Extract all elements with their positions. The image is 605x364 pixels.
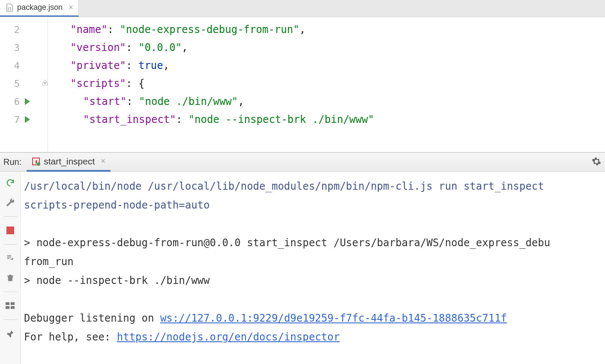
svg-rect-8: [10, 306, 14, 309]
run-panel-header: Run: start_inspect ×: [0, 153, 605, 172]
console-line: > node-express-debug-from-run@0.0.0 star…: [24, 233, 602, 252]
json-value: "0.0.0": [138, 42, 182, 54]
run-toolbar: [0, 172, 21, 364]
gutter-line[interactable]: 6: [0, 92, 48, 110]
editor-tab-bar: {} package.json ×: [0, 0, 605, 17]
json-key: "scripts": [70, 78, 126, 90]
svg-rect-7: [6, 306, 9, 309]
layout-icon[interactable]: [4, 300, 16, 312]
json-key: "version": [70, 42, 126, 54]
line-number: 5: [8, 78, 20, 89]
svg-rect-4: [6, 227, 14, 234]
svg-point-3: [37, 162, 40, 166]
gear-icon[interactable]: [591, 156, 602, 168]
stop-button[interactable]: [4, 224, 16, 236]
run-tab-start-inspect[interactable]: start_inspect ×: [27, 153, 111, 172]
console-line: Debugger listening on ws://127.0.0.1:922…: [24, 309, 602, 328]
debugger-ws-link[interactable]: ws://127.0.0.1:9229/d9e19259-f7fc-44fa-b…: [160, 312, 507, 324]
fold-toggle-icon[interactable]: [42, 79, 48, 88]
code-content[interactable]: "name": "node-express-debug-from-run", "…: [48, 17, 605, 152]
console-line: > node --inspect-brk ./bin/www: [24, 271, 602, 290]
separator: [3, 216, 17, 217]
console-line: from_run: [24, 252, 602, 271]
tab-filename: package.json: [17, 3, 63, 12]
svg-rect-5: [6, 302, 9, 305]
line-number: 4: [8, 60, 20, 71]
console-line: /usr/local/bin/node /usr/local/lib/node_…: [24, 177, 602, 196]
json-key: "start_inspect": [83, 113, 176, 125]
line-number: 6: [8, 96, 20, 107]
line-number: 7: [8, 114, 20, 125]
run-tab-name: start_inspect: [44, 156, 95, 167]
gutter-line[interactable]: 4: [0, 57, 48, 75]
run-panel-body: /usr/local/bin/node /usr/local/lib/node_…: [0, 172, 605, 364]
gutter-line[interactable]: 2: [0, 21, 48, 39]
svg-rect-6: [10, 302, 14, 305]
console-line: scripts-prepend-node-path=auto: [24, 196, 602, 215]
close-icon[interactable]: ×: [101, 157, 105, 166]
wrench-icon[interactable]: [4, 197, 16, 209]
pin-icon[interactable]: [4, 328, 16, 340]
code-editor: 2 3 4 5 6 7 "name": "node-express-deb: [0, 17, 605, 152]
line-number: 2: [8, 24, 20, 35]
close-icon[interactable]: ×: [69, 3, 73, 12]
run-script-icon[interactable]: [25, 98, 30, 105]
gutter-line[interactable]: 7: [0, 110, 48, 128]
scroll-to-end-icon[interactable]: [4, 252, 16, 264]
run-panel-label: Run:: [3, 157, 21, 167]
gutter-line[interactable]: 5: [0, 75, 48, 92]
console-line: For help, see: https://nodejs.org/en/doc…: [24, 328, 602, 346]
trash-icon[interactable]: [4, 272, 16, 284]
separator: [3, 319, 17, 320]
json-file-icon: {}: [5, 3, 14, 12]
svg-rect-2: [36, 160, 37, 164]
separator: [3, 292, 17, 292]
npm-run-config-icon: [32, 157, 40, 166]
json-value: "node-express-debug-from-run": [120, 24, 300, 36]
separator: [3, 244, 17, 245]
rerun-button[interactable]: [4, 177, 16, 189]
json-value: "node --inspect-brk ./bin/www": [189, 113, 374, 125]
json-key: "name": [70, 24, 108, 36]
json-key: "start": [83, 95, 126, 107]
run-script-icon[interactable]: [25, 116, 30, 123]
json-value: "node ./bin/www": [139, 95, 238, 107]
json-value: true: [138, 60, 163, 72]
console-output[interactable]: /usr/local/bin/node /usr/local/lib/node_…: [21, 172, 605, 364]
editor-gutter: 2 3 4 5 6 7: [0, 17, 48, 152]
gutter-line[interactable]: 3: [0, 39, 48, 57]
json-key: "private": [70, 60, 126, 72]
run-tool-window: Run: start_inspect ×: [0, 152, 605, 364]
help-link[interactable]: https://nodejs.org/en/docs/inspector: [117, 331, 340, 343]
line-number: 3: [8, 42, 20, 53]
editor-tab-package-json[interactable]: {} package.json ×: [0, 0, 79, 17]
svg-text:{}: {}: [7, 7, 12, 11]
